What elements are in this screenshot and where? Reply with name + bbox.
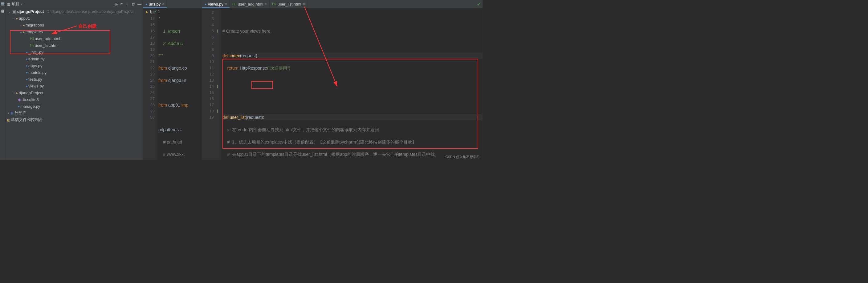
close-icon[interactable]: × <box>303 2 305 6</box>
code-area-views[interactable]: 2 3 4 5 6 7 8 9 10 11 12 13 14 15 16 17 <box>202 8 483 160</box>
html-icon: H5 <box>232 2 236 6</box>
gutter-right[interactable]: 2 3 4 5 6 7 8 9 10 11 12 13 14 15 16 17 <box>202 8 216 160</box>
tab-user-add[interactable]: H5 user_add.html × <box>230 0 270 8</box>
project-tool-icon[interactable]: ▦ <box>1 1 5 6</box>
code-area-urls[interactable]: ▲1 ✔1 13 14 15 16 17 18 19 20 21 22 23 2… <box>143 8 202 160</box>
line-number: 4 <box>202 22 214 28</box>
line-number: 15 <box>202 90 214 96</box>
gutter-left[interactable]: 13 14 15 16 17 18 19 20 21 22 23 24 25 2… <box>143 8 157 160</box>
vcs-mark-icon: ▎ <box>216 108 221 114</box>
line-number: 18 <box>202 108 214 114</box>
line-number: 29 <box>143 108 155 114</box>
editor-tabs-left: ● urls.py × <box>143 0 202 8</box>
chevron-down-icon[interactable]: ⌄ <box>12 17 16 20</box>
line-number: 27 <box>143 96 155 102</box>
close-icon[interactable]: × <box>225 2 227 6</box>
vcs-mark-icon: ▎ <box>216 28 221 34</box>
tree-item-admin[interactable]: ●admin.py <box>5 56 143 62</box>
tree-item-external-libs[interactable]: ›⊪外部库 <box>5 109 143 117</box>
tree-item-apps[interactable]: ●apps.py <box>5 62 143 69</box>
folder-icon: ▸ <box>23 23 25 27</box>
tree-item-views[interactable]: ●views.py <box>5 83 143 89</box>
line-number: 5 <box>202 28 214 34</box>
tab-user-list[interactable]: H5 user_list.html × <box>270 0 308 8</box>
dropdown-icon[interactable]: ▾ <box>21 2 23 6</box>
sidebar-toolbar: ◎ ≡ ⋮ ✿ — <box>114 2 142 6</box>
project-name: djangoProject <box>17 9 44 14</box>
line-number: 21 <box>143 59 155 65</box>
html-icon: H5 <box>30 37 34 40</box>
library-icon: ⊪ <box>10 111 14 116</box>
chevron-right-icon[interactable]: › <box>12 91 16 95</box>
tree-item-user-add[interactable]: H5user_add.html <box>5 35 143 42</box>
sidebar-title[interactable]: ▦ 项目 ▾ <box>7 1 113 7</box>
python-icon: ● <box>205 2 207 6</box>
tree-item-db[interactable]: ◆db.sqlite3 <box>5 96 143 103</box>
scratch-icon: ◐ <box>7 118 10 122</box>
html-icon: H5 <box>30 44 34 47</box>
tree-item-app01[interactable]: ⌄▸app01 <box>5 15 143 22</box>
project-root[interactable]: ⌄ ▣ djangoProject D:\django idea\disease… <box>5 8 143 15</box>
tab-label: views.py <box>208 2 223 6</box>
select-opened-icon[interactable]: ◎ <box>114 2 118 6</box>
chevron-down-icon[interactable]: ⌄ <box>7 10 11 13</box>
tab-views[interactable]: ● views.py × <box>202 0 230 8</box>
line-number: 22 <box>143 65 155 71</box>
tree-item-user-list[interactable]: H5user_list.html <box>5 42 143 49</box>
chevron-right-icon[interactable]: › <box>7 112 10 115</box>
python-icon: ● <box>146 2 147 6</box>
python-icon: ● <box>26 77 28 81</box>
settings-icon[interactable]: ✿ <box>131 2 135 6</box>
tree-item-manage[interactable]: ●manage.py <box>5 103 143 109</box>
tree-item-models[interactable]: ●models.py <box>5 69 143 76</box>
sidebar-header: ▦ 项目 ▾ ◎ ≡ ⋮ ✿ — <box>5 0 143 8</box>
tree-item-scratches[interactable]: ◐草稿文件和控制台 <box>5 117 143 123</box>
python-icon: ● <box>18 105 20 108</box>
code-content-urls[interactable]: I 1. Import 2. Add a U """ from django.c… <box>157 8 202 160</box>
tab-urls[interactable]: ● urls.py × <box>143 0 167 8</box>
chevron-right-icon[interactable]: › <box>19 23 23 27</box>
line-number: 15 <box>143 22 155 28</box>
line-number: 13 <box>202 77 214 84</box>
python-icon: ● <box>26 71 28 74</box>
line-number: 3 <box>202 16 214 22</box>
collapse-all-icon[interactable]: ⋮ <box>125 2 129 6</box>
expand-all-icon[interactable]: ≡ <box>120 2 123 6</box>
line-number: 25 <box>143 84 155 90</box>
analysis-ok-icon[interactable]: ✔ <box>477 2 481 7</box>
folder-icon: ▸ <box>23 30 25 34</box>
line-number: 17 <box>143 34 155 40</box>
left-tool-strip[interactable]: ▦ 项目 <box>0 0 5 160</box>
close-icon[interactable]: × <box>162 2 164 6</box>
minimize-icon[interactable]: — <box>137 2 142 6</box>
project-sidebar: ▦ 项目 ▾ ◎ ≡ ⋮ ✿ — ⌄ ▣ djangoProject D:\dj… <box>5 0 143 160</box>
tree-item-migrations[interactable]: ›▸migrations <box>5 22 143 28</box>
close-icon[interactable]: × <box>265 2 267 6</box>
gutter-marks: ▎ ▎ ▎ <box>216 8 221 160</box>
tree-item-init[interactable]: ●_init_.py <box>5 49 143 56</box>
tab-label: user_list.html <box>278 2 301 6</box>
code-content-views[interactable]: # Create your views here. def index(requ… <box>221 8 483 160</box>
weak-warning-icon: ✔ <box>154 9 157 14</box>
tree-item-templates[interactable]: ⌄▸templates <box>5 28 143 35</box>
line-number: 26 <box>143 90 155 96</box>
project-tree: ⌄▸app01 ›▸migrations ⌄▸templates H5user_… <box>5 15 143 123</box>
line-number: 6 <box>202 34 214 40</box>
chevron-down-icon[interactable]: ⌄ <box>19 30 23 34</box>
line-number: 7 <box>202 40 214 46</box>
tree-item-djangoproject[interactable]: ›▸djangoProject <box>5 89 143 96</box>
inspection-widget[interactable]: ▲1 ✔1 <box>145 9 160 14</box>
project-path: D:\django idea\disease predication\djang… <box>46 9 134 14</box>
folder-icon: ▸ <box>16 91 18 95</box>
line-number: 23 <box>143 71 155 77</box>
project-icon: ▦ <box>7 2 10 6</box>
line-number: 18 <box>143 40 155 46</box>
line-number: 19 <box>202 114 214 120</box>
line-number: 16 <box>143 28 155 34</box>
line-number: 2 <box>202 9 214 16</box>
tree-item-tests[interactable]: ●tests.py <box>5 76 143 83</box>
line-number: 11 <box>202 65 214 71</box>
folder-icon: ▸ <box>16 16 18 21</box>
database-icon: ◆ <box>18 97 21 102</box>
editor-pane-views: ● views.py × H5 user_add.html × H5 user_… <box>202 0 483 160</box>
